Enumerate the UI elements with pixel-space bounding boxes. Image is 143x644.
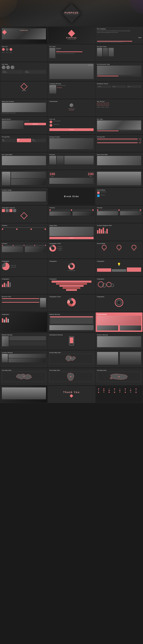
row-13: Timeline Infographic Chart — [0, 241, 143, 259]
slide-fashion-final — [0, 386, 48, 403]
slide-infographic-squares: Infographic Squares — [0, 206, 48, 223]
slide-timeline-3: Timeline — [0, 223, 48, 241]
row-20: Asia Map Slide Africa Map Slide USA Map … — [0, 368, 143, 386]
slide-pricing-plan-2: Pricing Plan $12 $8 $18 — [96, 135, 143, 152]
slide-asia-map: Asia Map Slide — [0, 368, 48, 385]
hero-section: PURPOSE Presentation Template — [0, 0, 143, 26]
slide-timeline-4: Timeline — [0, 242, 48, 258]
slide-europe-map: Europe Map Slide — [48, 350, 95, 368]
slide-our-service: Our Service ✦ Service 1 ✦ Service 2 ✦ Se… — [96, 99, 143, 116]
slide-latest-work: Our Latest Work — [0, 152, 48, 170]
slide-creative-mockup: Creative Mockup — [96, 312, 143, 332]
slide-company-reviews: ★★★★★ — [0, 82, 48, 99]
slide2-title: PURPOSE — [66, 37, 77, 39]
slide-business-plan: Business Plan — [0, 294, 48, 312]
row-9: 150 Projects 230 Clients — [0, 170, 143, 188]
slide-creative-mockup-3: Creative Mockup — [0, 350, 48, 368]
page-container: PURPOSE Presentation Template PURPOSE PU… — [0, 0, 143, 403]
slide-company-reviews-2: Company Reviews Client review text here.… — [48, 82, 95, 99]
row-19: Creative Mockup Europe Map Slide — [0, 350, 143, 368]
svg-point-1 — [24, 376, 24, 377]
slide-website-mockup-2: Website Mockup — [0, 333, 48, 350]
break-title: Break Slide — [64, 195, 79, 198]
row-15: Infographic Infographic Infographic — [0, 276, 143, 294]
svg-point-2 — [70, 376, 71, 377]
slide-social-media-2: Social Media 95% 75% 85% — [96, 242, 143, 258]
slide-our-team-2: Our Team ★★★★★ Great work ★★★★☆ Very goo… — [0, 62, 48, 81]
slide-infographic-5: Infographic — [48, 277, 95, 294]
slide-portfolio: Portfolio — [48, 152, 95, 170]
row-8: Our Latest Work Portfolio Photo Grid Sli… — [0, 152, 143, 170]
slide-icon-list-2: Icon List List item with detail Another … — [48, 117, 95, 134]
slide-africa-map: Africa Map Slide — [48, 368, 95, 385]
svg-rect-4 — [110, 378, 112, 379]
slide-our-team-photo: Our Team — [48, 62, 95, 81]
slide-website-mockup: Website Mockup — [48, 312, 95, 332]
slide-infographic-chart: Infographic Chart ● Category A ● Categor… — [48, 242, 95, 258]
slide-image-slide: Image Slide View More — [48, 223, 95, 241]
slide-example-project: Example Project — [48, 135, 95, 152]
slide-icon-list: Icon List Item 1 Item 2 Item 3 — [0, 44, 48, 62]
slide-our-best-team: Our Best Team — [96, 44, 143, 62]
slide-testimonials: Testimonials "Amazing product!" ★★★★★ — [48, 99, 95, 116]
row-18: Website Mockup Smartphone Mockup Creativ… — [0, 332, 143, 350]
slide-infographic-2: Infographic Annual Report Data — [48, 259, 95, 276]
slide-timeline-2: Timeline — [96, 206, 143, 223]
our-company-intro: Intro — [138, 37, 142, 38]
hero-subtitle: Presentation Template — [64, 14, 78, 15]
hero-title: PURPOSE — [64, 12, 78, 14]
row-17: Infographic Website Mockup Creative Mock… — [0, 312, 143, 332]
row-2: Icon List Item 1 Item 2 Item 3 Our Team — [0, 44, 143, 62]
slide-photo-grid: Photo Grid Slide — [96, 152, 143, 170]
slide-our-team-1: Our Team Alexandra Designer — [48, 44, 95, 62]
row-12: Timeline Image Slide View More Creative … — [0, 223, 143, 241]
slide-portfolio-2 — [0, 170, 48, 187]
slide-thank-you: Thank You — [48, 386, 95, 403]
row-14: Infographic ● Data A: 70% ● Data B: 30% … — [0, 259, 143, 276]
svg-point-0 — [70, 358, 71, 359]
slide-infographic-1: Infographic ● Data A: 70% ● Data B: 30% — [0, 259, 48, 276]
slide-infographic-6: Infographic — [96, 277, 143, 294]
slide-our-company: Our Company Intro Lorem ipsum dolor sit … — [96, 27, 143, 44]
thank-you-text: Thank You — [63, 391, 80, 394]
slide-creative-mockup-2: Creative Mockup — [96, 333, 143, 350]
slide-creative-diagram: Creative Diagram Slide — [96, 223, 143, 241]
creative-mockup-title: Creative Mockup — [97, 314, 141, 315]
slide2-sub: Presentation Template — [66, 39, 77, 40]
svg-point-3 — [118, 376, 120, 377]
slide-numbers: 150 Projects 230 Clients — [48, 170, 95, 187]
slide-infographic-3: Infographic 💡 — [96, 259, 143, 276]
slide-infographic-chart-2: Infographic Chart — [48, 294, 95, 312]
row-5: About Our Product Product description te… — [0, 99, 143, 117]
row-3: Our Team ★★★★★ Great work ★★★★☆ Very goo… — [0, 62, 143, 81]
slide-special-event: Special Event Event details... Register … — [0, 117, 48, 134]
slide-smartphone-mockup: Smartphone Mockup — [48, 333, 95, 350]
row-21: Thank You — [0, 386, 143, 403]
slide-feedback-clients: Feedback Clients ★★★★★ ★★★★☆ ★★★☆☆ — [96, 82, 143, 99]
our-company-title: Our Company — [97, 28, 141, 30]
slide-infographic-photo: Infographic — [0, 312, 48, 332]
slide-timeline-1: Timeline — [48, 206, 95, 223]
slide-infographic-7: Infographic — [96, 294, 143, 312]
slide-pricing-plan: Pricing Plan $12 Basic $24 Pro $36 Premi… — [0, 135, 48, 152]
row-4: ★★★★★ Company Reviews Client review text… — [0, 81, 143, 99]
slide1-title: PURPOSE — [20, 30, 28, 31]
row-1: PURPOSE PURPOSE Presentation Template Ou… — [0, 26, 143, 44]
row-6: Special Event Event details... Register … — [0, 117, 143, 134]
row-7: Pricing Plan $12 Basic $24 Pro $36 Premi… — [0, 134, 143, 152]
slide-fashion-photos — [96, 350, 143, 368]
slide-break: Break Slide — [48, 188, 95, 205]
row-10: Creative Image Break Slide Social Media … — [0, 188, 143, 205]
slide-dots-pattern — [96, 386, 143, 403]
slide-fashion-photo — [96, 170, 143, 187]
row-16: Business Plan Infographic Chart Infograp… — [0, 294, 143, 312]
slide-executive-team: Our Executive Team — [96, 62, 143, 81]
slide-about-product: About Our Product Product description te… — [0, 99, 48, 116]
slide-usa-map: USA Map Slide — [96, 368, 143, 385]
slide-infographic-4: Infographic — [0, 277, 48, 294]
slide-creative-image: Creative Image — [0, 188, 48, 205]
slide-social-media: Social Media f Facebook User t Twitter U… — [96, 188, 143, 205]
slide-photo-people: PURPOSE — [0, 27, 48, 44]
slide-our-jobs: Our Jobs — [96, 117, 143, 134]
slide-purpose-cover: PURPOSE Presentation Template — [48, 27, 95, 44]
